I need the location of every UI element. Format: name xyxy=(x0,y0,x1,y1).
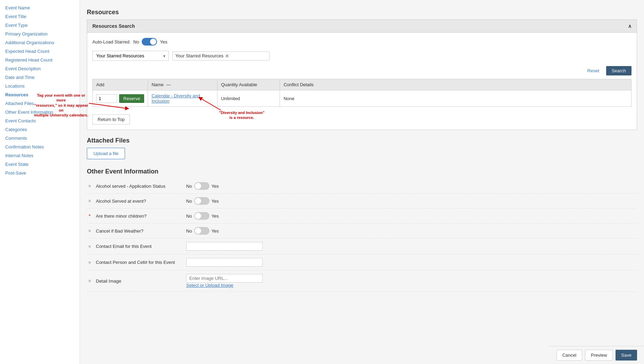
auto-load-label: Auto-Load Starred: xyxy=(92,39,131,45)
sidebar-item-event-contacts[interactable]: Event Contacts xyxy=(0,116,80,125)
toggle-wrapper: No Yes xyxy=(186,197,219,205)
row-icon: * xyxy=(87,213,92,219)
col-add: Add xyxy=(93,79,148,90)
search-button[interactable]: Search xyxy=(606,66,631,75)
sidebar-item-comments[interactable]: Comments xyxy=(0,134,80,143)
col-qty: Quantity Available xyxy=(217,79,280,90)
toggle-cancel-if-bad-weather?[interactable] xyxy=(194,227,209,235)
reserve-button[interactable]: Reserve xyxy=(119,94,144,103)
sidebar-item-categories[interactable]: Categories xyxy=(0,125,80,134)
sort-icon: — xyxy=(166,82,171,87)
collapse-icon[interactable]: ∧ xyxy=(628,23,631,29)
resource-conflict: None xyxy=(280,90,631,107)
sidebar-item-event-state[interactable]: Event State xyxy=(0,160,80,169)
other-event-row: ×Contact Person and Cell# for this Event xyxy=(87,254,637,270)
sidebar-item-date-time[interactable]: Date and Time xyxy=(0,73,80,82)
resource-name-link[interactable]: Calendar - Diversity and Inclusion xyxy=(151,93,200,104)
toggle-are-there-minor-children?[interactable] xyxy=(194,212,209,220)
resources-panel-body: Auto-Load Starred: No Yes Your Starred R… xyxy=(87,33,637,130)
tag-chip: Your Starred Resources ✕ xyxy=(175,53,229,59)
upload-file-button[interactable]: Upload a file xyxy=(87,148,125,159)
sidebar-item-locations[interactable]: Locations xyxy=(0,82,80,90)
text-with-link-wrapper: Select or Upload Image xyxy=(186,274,263,288)
row-icon: × xyxy=(87,244,92,249)
preview-button[interactable]: Preview xyxy=(585,350,613,361)
resources-panel: Resources Search ∧ Auto-Load Starred: No… xyxy=(87,19,637,130)
sidebar-item-event-name[interactable]: Event Name xyxy=(0,3,80,12)
toggle-wrapper: No Yes xyxy=(186,212,219,220)
other-event-row: ×Alcohol served - Application Status No … xyxy=(87,179,637,194)
no-label: No xyxy=(186,199,192,204)
tag-close-icon[interactable]: ✕ xyxy=(225,53,229,59)
image-url-input[interactable] xyxy=(186,274,263,283)
row-label: Contact Email for this Event xyxy=(96,244,183,249)
row-label: Alcohol served - Application Status xyxy=(96,184,183,189)
resources-section-title: Resources xyxy=(87,9,637,16)
no-label: No xyxy=(186,184,192,189)
tag-text: Your Starred Resources xyxy=(175,53,223,58)
other-event-row: ×Alcohol Served at event? No Yes xyxy=(87,194,637,209)
tag-input-wrapper[interactable]: Your Starred Resources ✕ xyxy=(172,51,270,60)
auto-load-toggle[interactable] xyxy=(142,38,157,46)
table-row: Reserve Calendar - Diversity and Inclusi… xyxy=(93,90,631,107)
sidebar-item-event-title[interactable]: Event Title xyxy=(0,12,80,21)
return-btn-wrapper: Return to Top xyxy=(92,111,631,124)
row-label: Detail Image xyxy=(96,278,183,284)
attached-files-title: Attached Files xyxy=(87,137,637,144)
other-event-rows: ×Alcohol served - Application Status No … xyxy=(87,179,637,292)
return-to-top-button[interactable]: Return to Top xyxy=(92,114,130,124)
row-icon: × xyxy=(87,278,92,284)
toggle-wrapper: No Yes xyxy=(186,227,219,235)
row-label: Contact Person and Cell# for this Event xyxy=(96,260,183,265)
resource-table: Add Name — Quantity Available Conflict D… xyxy=(92,79,631,107)
toggle-wrapper: No Yes xyxy=(186,182,219,190)
sidebar-item-confirm-notes[interactable]: Confirmation Notes xyxy=(0,143,80,151)
other-event-row: *Are there minor children? No Yes xyxy=(87,209,637,224)
yes-label: Yes xyxy=(160,39,167,45)
sidebar-item-expected-head[interactable]: Expected Head Count xyxy=(0,47,80,56)
no-label: No xyxy=(186,228,192,234)
bottom-bar: Cancel Preview Save xyxy=(550,346,644,364)
yes-label: Yes xyxy=(212,228,219,234)
row-icon: × xyxy=(87,183,92,189)
resources-dropdown[interactable]: Your Starred Resources xyxy=(92,51,169,61)
save-button[interactable]: Save xyxy=(616,350,637,361)
dropdown-wrapper: Your Starred Resources ▼ xyxy=(92,51,169,61)
reset-button[interactable]: Reset xyxy=(583,66,603,75)
yes-label: Yes xyxy=(212,199,219,204)
cancel-button[interactable]: Cancel xyxy=(556,350,582,361)
other-event-row: ×Cancel if Bad Weather? No Yes xyxy=(87,224,637,238)
no-label: No xyxy=(133,39,139,45)
sidebar-item-internal-notes[interactable]: Internal Notes xyxy=(0,151,80,160)
row-label: Cancel if Bad Weather? xyxy=(96,228,183,234)
annotation-text-2: "Diversity and Inclusion"is a resource. xyxy=(214,110,270,120)
text-input-contact-email-for-this-event[interactable] xyxy=(186,242,263,251)
other-event-row: ×Contact Email for this Event xyxy=(87,238,637,254)
sidebar-item-primary-org[interactable]: Primary Organization xyxy=(0,30,80,38)
annotation-text-1: Tag your event with one or more"resource… xyxy=(33,93,89,118)
sidebar-item-event-type[interactable]: Event Type xyxy=(0,21,80,30)
sidebar-item-event-desc[interactable]: Event Description xyxy=(0,64,80,73)
main-content: Resources Resources Search ∧ Auto-Load S… xyxy=(80,0,644,364)
row-label: Alcohol Served at event? xyxy=(96,199,183,204)
other-event-row: ×Detail Image Select or Upload Image xyxy=(87,270,637,292)
sidebar-item-post-save[interactable]: Post-Save xyxy=(0,169,80,177)
row-label: Are there minor children? xyxy=(96,213,183,219)
sidebar: Event NameEvent TitleEvent TypePrimary O… xyxy=(0,0,80,364)
select-upload-link[interactable]: Select or Upload Image xyxy=(186,283,233,288)
yes-label: Yes xyxy=(212,213,219,219)
resource-qty: Unlimited xyxy=(217,90,280,107)
resources-panel-title: Resources Search xyxy=(92,23,135,29)
other-event-title: Other Event Information xyxy=(87,168,637,175)
yes-label: Yes xyxy=(212,184,219,189)
toggle-alcohol-served---application-status[interactable] xyxy=(194,182,209,190)
row-icon: × xyxy=(87,260,92,265)
sidebar-item-additional-orgs[interactable]: Additional Organizations xyxy=(0,38,80,47)
toggle-alcohol-served-at-event?[interactable] xyxy=(194,197,209,205)
row-icon: × xyxy=(87,198,92,204)
text-input-contact-person-and-cell#-for-this-event[interactable] xyxy=(186,258,263,267)
resources-panel-header: Resources Search ∧ xyxy=(87,20,637,33)
qty-input[interactable] xyxy=(96,94,117,103)
sidebar-item-registered-head[interactable]: Registered Head Count xyxy=(0,56,80,64)
table-annotation-wrapper: Tag your event with one or more"resource… xyxy=(92,79,631,124)
